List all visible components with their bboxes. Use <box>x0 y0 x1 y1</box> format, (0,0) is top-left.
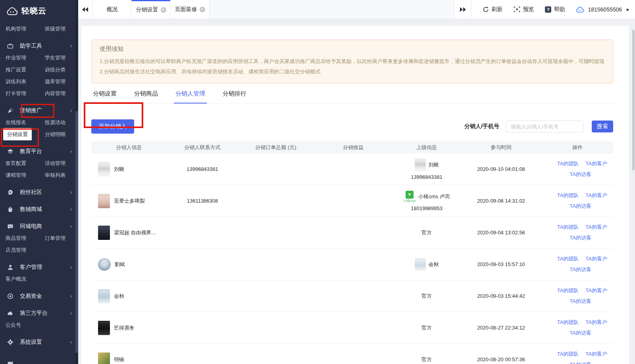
subtab-distribution-settings[interactable]: 分销设置 <box>91 90 118 103</box>
ta-team-link[interactable]: TA的团队 <box>557 160 579 167</box>
distributor-phone: 13996843381 <box>167 166 238 172</box>
ta-customers-link[interactable]: TA的客户 <box>585 351 607 358</box>
search-button[interactable]: 搜索 <box>592 121 613 132</box>
megaphone-icon <box>7 107 13 114</box>
account-menu[interactable]: 18156055506 ▶ <box>576 6 629 13</box>
sidebar-item-distribution-settings[interactable]: 分销设置 <box>6 131 45 138</box>
sidebar-item[interactable]: 训练列表 <box>6 78 45 85</box>
sidebar-item[interactable]: 首页配置 <box>6 160 45 167</box>
tab-overview[interactable]: 概况 <box>92 0 131 19</box>
parent-info: ♥小猪cms 小猪cms 卢亮 18019989953 <box>393 191 460 211</box>
col-header: 分销订单总额 (元) <box>238 144 314 151</box>
ta-customers-link[interactable]: TA的客户 <box>585 287 607 294</box>
row-actions: TA的团队TA的客户 TA的访客 <box>542 287 613 305</box>
ta-visitors-link[interactable]: TA的访客 <box>570 330 591 336</box>
sidebar-section-study-tools[interactable]: 助学工具 › <box>0 40 78 52</box>
sidebar-item[interactable]: 客户概况 <box>6 276 45 283</box>
ta-team-link[interactable]: TA的团队 <box>557 351 579 358</box>
close-tab-icon[interactable]: ✕ <box>161 7 166 13</box>
ta-visitors-link[interactable]: TA的访客 <box>570 362 591 364</box>
chevron-right-icon: › <box>70 206 72 212</box>
sidebar-section-thirdparty[interactable]: 第三方平台 › <box>0 307 78 319</box>
sidebar-section-mall[interactable]: 教辅商城 › <box>0 203 78 215</box>
sidebar-item[interactable]: 机构管理 <box>6 25 45 33</box>
sidebar-item[interactable]: 题库管理 <box>45 78 78 85</box>
subtab-distribution-goods[interactable]: 分销商品 <box>133 90 160 103</box>
subtab-distributor-management[interactable]: 分销人管理 <box>174 90 207 103</box>
ta-visitors-link[interactable]: TA的访客 <box>570 266 591 272</box>
sidebar-section-cutoff[interactable] <box>7 361 13 364</box>
ta-team-link[interactable]: TA的团队 <box>557 255 579 262</box>
sidebar-section-fans[interactable]: 粉丝社区 › <box>0 186 78 198</box>
sidebar-section-label: 助学工具 <box>20 42 42 50</box>
sidebar-item[interactable]: 审核列表 <box>45 172 78 179</box>
subtab-distribution-ranking[interactable]: 分销排行 <box>221 90 248 103</box>
avatar <box>98 258 111 271</box>
distributor-table: 分销人信息 分销人联系方式 分销订单总额 (元) 分销收益 上级信息 参与时间 … <box>91 142 613 364</box>
ta-visitors-link[interactable]: TA的访客 <box>570 235 591 241</box>
sidebar-item[interactable]: 分销明细 <box>45 131 78 138</box>
table-row: 梁冠超 自由视界... 官方 2020-09-04 13:02:56 TA的团队… <box>91 217 613 249</box>
sidebar-item[interactable]: 订单管理 <box>45 235 78 242</box>
chevron-right-icon: › <box>70 293 72 299</box>
ta-customers-link[interactable]: TA的客户 <box>585 319 607 326</box>
sidebar-item[interactable]: 学生管理 <box>45 54 78 61</box>
ta-team-link[interactable]: TA的团队 <box>557 224 579 231</box>
refresh-button[interactable]: 刷新 <box>483 6 502 13</box>
sidebar-item[interactable]: 训练分类 <box>45 66 78 73</box>
row-actions: TA的团队TA的客户 TA的访客 <box>542 192 613 210</box>
sidebar-section-customers[interactable]: 客户管理 › <box>0 261 78 273</box>
tab-distribution-settings[interactable]: 分销设置 ✕ <box>131 0 170 19</box>
close-tab-icon[interactable]: ✕ <box>200 7 205 12</box>
add-distributor-button[interactable]: 添加分销人 <box>91 119 134 134</box>
sidebar-section-label: 系统设置 <box>20 339 42 346</box>
window-scrollbar-thumb[interactable] <box>632 30 635 171</box>
sidebar-scrollbar-thumb[interactable] <box>75 111 78 353</box>
sidebar-section-local-ecommerce[interactable]: 同城电商 › <box>0 220 78 232</box>
ta-team-link[interactable]: TA的团队 <box>557 192 579 199</box>
brand-name: 轻晓云 <box>21 6 46 16</box>
help-button[interactable]: ? 帮助 <box>545 6 565 13</box>
row-actions: TA的团队TA的客户 TA的访客 <box>542 351 613 364</box>
ta-visitors-link[interactable]: TA的访客 <box>570 298 591 304</box>
sidebar-section-marketing[interactable]: 营销推广 › <box>0 104 78 117</box>
ta-team-link[interactable]: TA的团队 <box>557 287 579 294</box>
expand-tabs-button[interactable] <box>454 0 471 19</box>
ta-customers-link[interactable]: TA的客户 <box>585 160 607 167</box>
chevron-right-icon: › <box>70 339 72 345</box>
ta-visitors-link[interactable]: TA的访客 <box>570 203 591 209</box>
sidebar-item[interactable]: 班级管理 <box>45 25 78 33</box>
distributor-name: 明镜 <box>114 356 124 363</box>
distributor-phone: 13611386308 <box>167 198 238 204</box>
sidebar-section-funds[interactable]: 交易资金 › <box>0 290 78 302</box>
sidebar-item[interactable]: 店员管理 <box>6 247 45 254</box>
table-row: 至爱士多啤梨 13611386308 ♥小猪cms 小猪cms 卢亮 18019… <box>91 185 613 217</box>
search-input[interactable] <box>506 121 583 132</box>
ta-team-link[interactable]: TA的团队 <box>557 319 579 326</box>
content-card: 使用须知 1.分销员是轻晓云推出的可以帮助商户拓宽推广渠道的的应用营销工具，商户… <box>81 26 629 364</box>
sidebar-item[interactable]: 商品管理 <box>6 235 45 242</box>
preview-eye-icon <box>514 6 520 12</box>
ta-customers-link[interactable]: TA的客户 <box>585 255 607 262</box>
sidebar-item[interactable]: 投票活动 <box>45 119 78 126</box>
ta-visitors-link[interactable]: TA的访客 <box>570 171 591 177</box>
sidebar-item[interactable]: 在线报名 <box>6 119 45 126</box>
sidebar-item[interactable]: 推广设置 <box>6 66 45 73</box>
ta-customers-link[interactable]: TA的客户 <box>585 224 607 231</box>
sidebar-item[interactable]: 作业管理 <box>6 54 45 61</box>
sidebar-item[interactable]: 课程管理 <box>6 172 45 179</box>
sidebar-item[interactable]: 活动管理 <box>45 160 78 167</box>
usage-notice: 使用须知 1.分销员是轻晓云推出的可以帮助商户拓宽推广渠道的的应用营销工具，商户… <box>91 40 613 83</box>
ta-customers-link[interactable]: TA的客户 <box>585 192 607 199</box>
preview-button[interactable]: 预览 <box>514 6 534 13</box>
sidebar-section-settings[interactable]: 系统设置 › <box>0 336 78 348</box>
sidebar-item[interactable]: 公众号 <box>6 322 45 329</box>
sidebar-item[interactable]: 打卡管理 <box>6 90 45 97</box>
sidebar-section-education[interactable]: 教育平台 › <box>0 145 78 157</box>
sidebar-item[interactable]: 内容管理 <box>45 90 78 97</box>
collapse-tabs-button[interactable] <box>78 0 92 19</box>
tab-page-decoration[interactable]: 页面装修 ✕ <box>170 0 209 19</box>
parent-info: 官方 <box>393 293 460 300</box>
sidebar-scrollbar-track[interactable] <box>75 0 78 364</box>
avatar <box>98 226 110 240</box>
